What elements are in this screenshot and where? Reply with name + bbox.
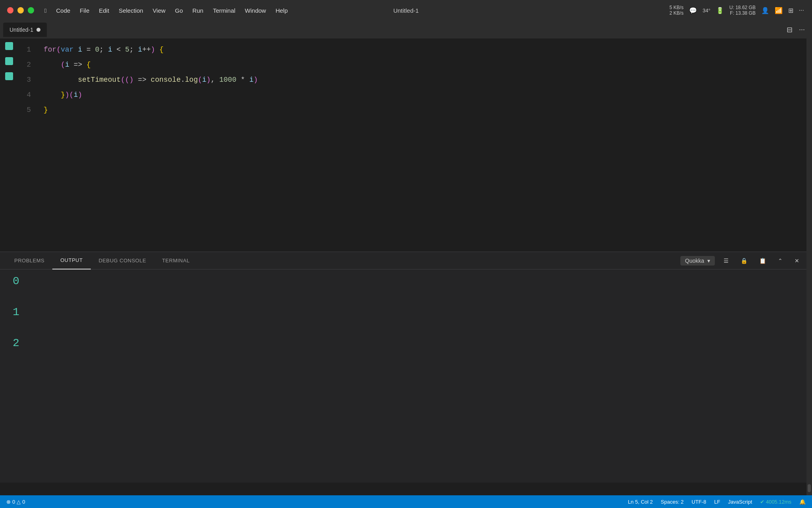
- maximize-button[interactable]: [28, 7, 34, 13]
- wechat-icon: 💬: [689, 7, 697, 14]
- tab-output[interactable]: OUTPUT: [52, 252, 90, 269]
- tab-label: Untitled-1: [10, 27, 33, 33]
- chevron-down-icon: ▾: [707, 258, 710, 264]
- menu-code[interactable]: Code: [52, 6, 74, 15]
- panel-scrollbar[interactable]: [806, 17, 812, 495]
- error-count: 0: [12, 499, 15, 505]
- panel-output: 0 1 2: [0, 269, 812, 483]
- code-line-2[interactable]: (i => {: [44, 57, 806, 72]
- breakpoints-gutter: [0, 39, 18, 252]
- disk-usage: U: 18.62 GB F: 13.38 GB: [730, 5, 756, 16]
- title-bar:  Code File Edit Selection View Go Run T…: [0, 0, 812, 21]
- editor-tab[interactable]: Untitled-1: [3, 23, 47, 37]
- panel-area: PROBLEMS OUTPUT DEBUG CONSOLE TERMINAL Q…: [0, 252, 812, 483]
- panel-toolbar: Quokka ▾ ☰ 🔒 📋 ⌃ ✕: [680, 256, 806, 266]
- line-number-4: 4: [18, 87, 31, 102]
- breakpoint-4[interactable]: [5, 87, 13, 95]
- warning-icon: △: [17, 499, 21, 505]
- network-speed: 5 KB/s 2 KB/s: [670, 5, 684, 16]
- tab-bar: Untitled-1 ⊟ ···: [0, 21, 812, 39]
- tab-terminal[interactable]: TERMINAL: [154, 252, 198, 269]
- panel-tab-bar: PROBLEMS OUTPUT DEBUG CONSOLE TERMINAL Q…: [0, 252, 812, 269]
- code-editor[interactable]: for(var i = 0; i < 5; i++) { (i => { set…: [37, 39, 806, 252]
- breakpoint-3[interactable]: [5, 72, 13, 80]
- code-line-5[interactable]: }: [44, 102, 806, 117]
- menu-selection[interactable]: Selection: [115, 6, 147, 15]
- code-line-1[interactable]: for(var i = 0; i < 5; i++) {: [44, 42, 806, 57]
- line-numbers: 1 2 3 4 5: [18, 39, 37, 252]
- notifications-icon[interactable]: 🔔: [799, 499, 806, 505]
- chevron-up-icon[interactable]: ⌃: [775, 256, 786, 266]
- status-bar: ⊗ 0 △ 0 Ln 5, Col 2 Spaces: 2 UTF-8 LF J…: [0, 495, 812, 508]
- minimize-button[interactable]: [17, 7, 24, 13]
- editor-area: 1 2 3 4 5 for(var i = 0; i < 5; i++) { (…: [0, 39, 812, 252]
- quokka-label: Quokka: [685, 258, 704, 264]
- avatar-icon: 👤: [761, 7, 769, 14]
- breakpoint-5[interactable]: [5, 102, 13, 110]
- menu-terminal[interactable]: Terminal: [209, 6, 239, 15]
- encoding[interactable]: UTF-8: [691, 499, 706, 505]
- error-icon: ⊗: [6, 499, 11, 505]
- language-mode[interactable]: JavaScript: [728, 499, 752, 505]
- menu-apple[interactable]: : [40, 6, 50, 15]
- window-title: Untitled-1: [393, 7, 419, 14]
- output-value-1: 1: [13, 307, 799, 318]
- quokka-time: ✔ 4005.12ms: [760, 499, 791, 505]
- quokka-dropdown[interactable]: Quokka ▾: [680, 256, 715, 266]
- output-value-0: 0: [13, 276, 799, 287]
- close-button[interactable]: [7, 7, 13, 13]
- more-icon: ···: [799, 7, 804, 14]
- tab-debug-console[interactable]: DEBUG CONSOLE: [91, 252, 154, 269]
- close-panel-icon[interactable]: ✕: [791, 256, 802, 266]
- panel-scrollbar-thumb[interactable]: [808, 484, 811, 492]
- status-right: Ln 5, Col 2 Spaces: 2 UTF-8 LF JavaScrip…: [628, 499, 806, 505]
- control-center-icon: ⊞: [788, 7, 793, 14]
- traffic-lights: [0, 7, 40, 13]
- indentation[interactable]: Spaces: 2: [661, 499, 684, 505]
- menu-view[interactable]: View: [149, 6, 169, 15]
- line-number-3: 3: [18, 72, 31, 87]
- menu-window[interactable]: Window: [241, 6, 270, 15]
- menu-file[interactable]: File: [76, 6, 93, 15]
- unsaved-dot: [36, 28, 40, 32]
- code-line-4[interactable]: })(i): [44, 87, 806, 102]
- eol[interactable]: LF: [714, 499, 720, 505]
- errors-indicator[interactable]: ⊗ 0 △ 0: [6, 499, 25, 505]
- cursor-position[interactable]: Ln 5, Col 2: [628, 499, 653, 505]
- menu-help[interactable]: Help: [272, 6, 292, 15]
- split-editor-icon[interactable]: ⊟: [787, 25, 793, 34]
- menu-run[interactable]: Run: [188, 6, 207, 15]
- system-info: 5 KB/s 2 KB/s 💬 34° 🔋 U: 18.62 GB F: 13.…: [670, 5, 812, 16]
- menu-bar:  Code File Edit Selection View Go Run T…: [40, 6, 670, 15]
- line-number-2: 2: [18, 57, 31, 72]
- temperature: 34°: [703, 8, 710, 13]
- line-number-1: 1: [18, 42, 31, 57]
- lock-icon[interactable]: 🔒: [737, 256, 751, 266]
- tab-actions: ⊟ ···: [787, 25, 809, 34]
- warning-count: 0: [22, 499, 25, 505]
- output-value-2: 2: [13, 338, 799, 349]
- breakpoint-1[interactable]: [5, 42, 13, 50]
- wifi-icon: 📶: [775, 7, 783, 14]
- tab-problems[interactable]: PROBLEMS: [6, 252, 52, 269]
- menu-edit[interactable]: Edit: [95, 6, 113, 15]
- copy-icon[interactable]: 📋: [756, 256, 769, 266]
- line-number-5: 5: [18, 102, 31, 117]
- code-line-3[interactable]: setTimeout(() => console.log(i), 1000 * …: [44, 72, 806, 87]
- battery-icon: 🔋: [716, 7, 724, 14]
- menu-go[interactable]: Go: [171, 6, 187, 15]
- list-lines-icon[interactable]: ☰: [720, 256, 732, 266]
- editor-options-icon[interactable]: ···: [799, 25, 805, 34]
- breakpoint-2[interactable]: [5, 57, 13, 65]
